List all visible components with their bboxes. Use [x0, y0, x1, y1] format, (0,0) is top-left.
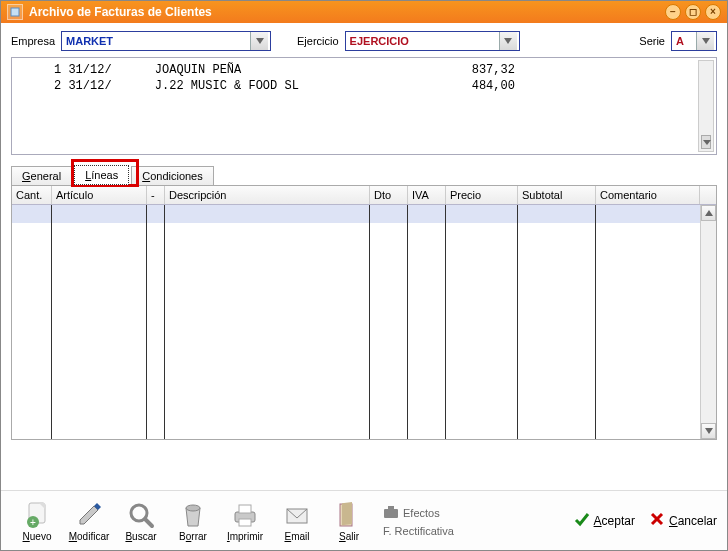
printer-icon: [229, 499, 261, 531]
email-button[interactable]: Email: [271, 499, 323, 542]
col-cant[interactable]: Cant.: [12, 186, 52, 204]
svg-rect-22: [384, 509, 398, 518]
svg-marker-2: [504, 38, 512, 44]
filter-row: Empresa Ejercicio Serie: [1, 23, 727, 57]
svg-rect-23: [388, 506, 394, 509]
close-button[interactable]: ×: [705, 4, 721, 20]
buscar-button[interactable]: Buscar: [115, 499, 167, 542]
col-subtotal[interactable]: Subtotal: [518, 186, 596, 204]
serie-input[interactable]: [672, 32, 696, 50]
col-dash[interactable]: -: [147, 186, 165, 204]
svg-marker-4: [703, 140, 711, 145]
svg-marker-1: [256, 38, 264, 44]
cross-icon: [649, 511, 665, 530]
efectos-button[interactable]: Efectos: [383, 505, 454, 521]
col-precio[interactable]: Precio: [446, 186, 518, 204]
svg-rect-0: [11, 8, 19, 16]
svg-rect-21: [342, 502, 352, 525]
modificar-button[interactable]: Modificar: [63, 499, 115, 542]
pencil-icon: [73, 499, 105, 531]
list-item[interactable]: 2 31/12/ J.22 MUSIC & FOOD SL 484,00: [18, 78, 710, 94]
serie-combo[interactable]: [671, 31, 717, 51]
svg-marker-3: [702, 38, 710, 44]
invoice-list[interactable]: 1 31/12/ JOAQUIN PEÑA 837,32 2 31/12/ J.…: [11, 57, 717, 155]
empresa-combo[interactable]: [61, 31, 271, 51]
empresa-input[interactable]: [62, 32, 250, 50]
search-icon: [125, 499, 157, 531]
svg-marker-11: [80, 506, 98, 524]
ejercicio-label: Ejercicio: [297, 35, 339, 47]
app-icon: [7, 4, 23, 20]
svg-point-15: [186, 505, 200, 511]
minimize-button[interactable]: −: [665, 4, 681, 20]
chevron-down-icon[interactable]: [701, 423, 716, 439]
ejercicio-combo[interactable]: [345, 31, 520, 51]
grid-body[interactable]: [12, 205, 716, 439]
rectificativa-button[interactable]: F. Rectificativa: [383, 525, 454, 537]
check-icon: [574, 511, 590, 530]
list-item[interactable]: 1 31/12/ JOAQUIN PEÑA 837,32: [18, 62, 710, 78]
titlebar: Archivo de Facturas de Clientes − ◻ ×: [1, 1, 727, 23]
col-iva[interactable]: IVA: [408, 186, 446, 204]
tab-condiciones[interactable]: Condiciones: [131, 166, 214, 185]
chevron-up-icon[interactable]: [701, 205, 716, 221]
svg-line-14: [145, 519, 152, 526]
svg-marker-5: [705, 210, 713, 216]
empresa-label: Empresa: [11, 35, 55, 47]
ejercicio-input[interactable]: [346, 32, 499, 50]
window: Archivo de Facturas de Clientes − ◻ × Em…: [0, 0, 728, 551]
svg-text:+: +: [30, 517, 36, 528]
tab-general[interactable]: General: [11, 166, 72, 185]
chevron-down-icon[interactable]: [499, 32, 517, 50]
borrar-button[interactable]: Borrar: [167, 499, 219, 542]
lines-grid: Cant. Artículo - Descripción Dto IVA Pre…: [11, 185, 717, 440]
tab-lineas[interactable]: Líneas: [74, 165, 129, 185]
col-comentario[interactable]: Comentario: [596, 186, 700, 204]
briefcase-icon: [383, 505, 399, 521]
nuevo-button[interactable]: + Nuevo: [11, 499, 63, 542]
scrollbar[interactable]: [698, 60, 714, 152]
serie-label: Serie: [639, 35, 665, 47]
imprimir-button[interactable]: Imprimir: [219, 499, 271, 542]
tab-bar: General Líneas Condiciones: [11, 165, 717, 185]
window-title: Archivo de Facturas de Clientes: [29, 5, 212, 19]
exit-icon: [333, 499, 365, 531]
trash-icon: [177, 499, 209, 531]
new-doc-icon: +: [21, 499, 53, 531]
col-descripcion[interactable]: Descripción: [165, 186, 370, 204]
col-articulo[interactable]: Artículo: [52, 186, 147, 204]
col-dto[interactable]: Dto: [370, 186, 408, 204]
maximize-button[interactable]: ◻: [685, 4, 701, 20]
grid-header: Cant. Artículo - Descripción Dto IVA Pre…: [12, 186, 716, 205]
toolbar: + Nuevo Modificar Buscar Borrar: [1, 490, 727, 550]
svg-marker-6: [705, 428, 713, 434]
salir-button[interactable]: Salir: [323, 499, 375, 542]
chevron-down-icon[interactable]: [701, 135, 711, 149]
cancelar-button[interactable]: Cancelar: [649, 511, 717, 530]
chevron-down-icon[interactable]: [696, 32, 714, 50]
mail-icon: [281, 499, 313, 531]
svg-rect-18: [239, 519, 251, 526]
chevron-down-icon[interactable]: [250, 32, 268, 50]
grid-scrollbar[interactable]: [700, 205, 716, 439]
svg-rect-17: [239, 505, 251, 513]
col-scroll-header: [700, 186, 716, 204]
aceptar-button[interactable]: Aceptar: [574, 511, 635, 530]
